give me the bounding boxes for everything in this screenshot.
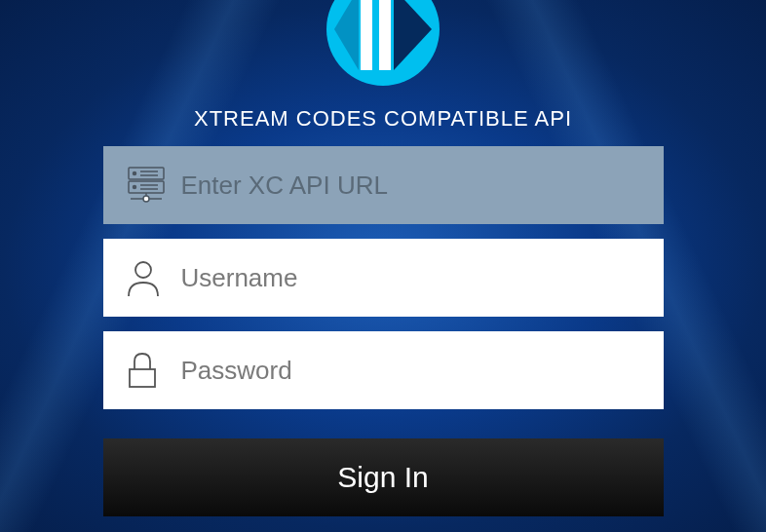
svg-rect-17 xyxy=(130,369,155,387)
user-icon xyxy=(123,257,181,298)
password-input[interactable] xyxy=(181,356,644,386)
signin-button[interactable]: Sign In xyxy=(103,438,664,516)
svg-point-15 xyxy=(143,196,149,202)
svg-rect-2 xyxy=(379,0,391,70)
app-logo xyxy=(325,0,441,92)
page-title: XTREAM CODES COMPATIBLE API xyxy=(194,106,572,132)
svg-point-10 xyxy=(133,186,135,189)
login-form: Sign In xyxy=(103,146,664,516)
url-field-row xyxy=(103,146,664,224)
password-field-row xyxy=(103,331,664,409)
svg-point-16 xyxy=(135,262,151,278)
url-input[interactable] xyxy=(181,171,644,201)
lock-icon xyxy=(123,350,181,391)
username-field-row xyxy=(103,239,664,317)
svg-point-7 xyxy=(133,172,135,175)
server-icon xyxy=(123,162,181,209)
svg-rect-1 xyxy=(361,0,372,70)
username-input[interactable] xyxy=(181,263,644,293)
